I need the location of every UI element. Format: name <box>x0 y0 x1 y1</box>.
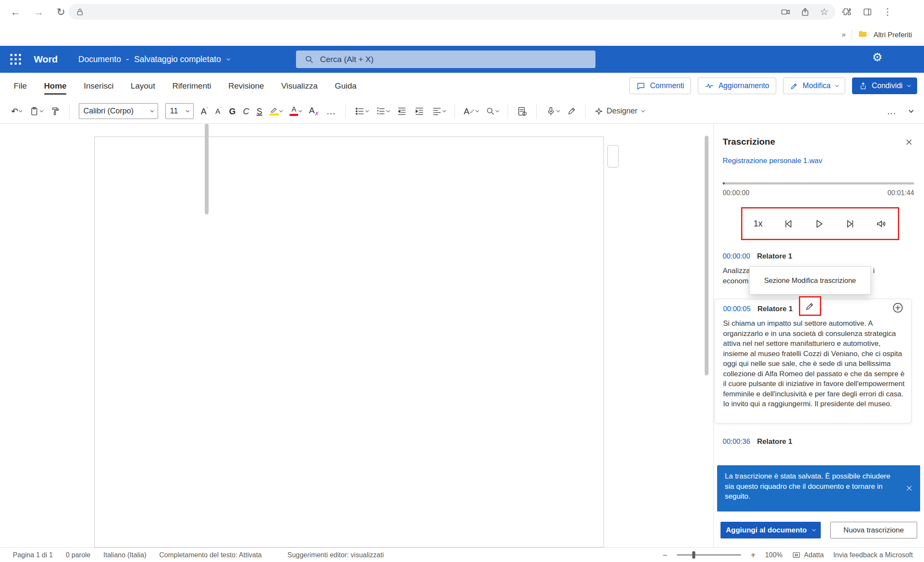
volume-icon[interactable] <box>876 218 887 229</box>
play-icon[interactable] <box>813 218 825 229</box>
styles-button[interactable]: A <box>464 107 478 116</box>
highlight-color-button[interactable] <box>269 107 282 116</box>
language-status[interactable]: Italiano (Italia) <box>103 551 147 559</box>
font-size-select[interactable]: 11 <box>165 103 194 119</box>
browser-menu-icon[interactable]: ⋮ <box>883 6 892 18</box>
document-page[interactable] <box>94 137 604 547</box>
close-notification-icon[interactable] <box>904 483 914 493</box>
ribbon-overflow-button[interactable]: … <box>326 106 336 117</box>
bookmarks-folder-label[interactable]: Altri Preferiti <box>873 31 912 39</box>
folder-icon <box>858 30 867 40</box>
dictate-button[interactable] <box>546 106 559 116</box>
transcript-entry-3-header[interactable]: 00:00:36 Relatore 1 <box>723 437 792 446</box>
app-name[interactable]: Word <box>34 54 58 65</box>
underline-icon: S <box>257 107 262 116</box>
font-name-select[interactable]: Calibri (Corpo) <box>79 103 158 119</box>
bookmark-star-icon[interactable]: ☆ <box>820 6 828 18</box>
tab-inserisci[interactable]: Inserisci <box>84 73 114 99</box>
paste-button[interactable] <box>29 106 43 116</box>
undo-button[interactable]: ↶ <box>11 107 22 116</box>
playback-speed-button[interactable]: 1x <box>754 219 763 229</box>
reload-icon[interactable]: ↻ <box>57 7 65 17</box>
ribbon-divider <box>455 104 455 119</box>
format-painter-button[interactable] <box>50 106 60 116</box>
tab-revisione[interactable]: Revisione <box>228 73 264 99</box>
search-input[interactable]: Cerca (Alt + X) <box>296 51 595 68</box>
extensions-icon[interactable] <box>842 7 852 17</box>
transcript-entry-2[interactable]: 00:00:05 Relatore 1 Si chiama un impatto… <box>715 299 912 423</box>
bold-icon: G <box>229 107 236 116</box>
zoom-slider-thumb[interactable] <box>692 551 695 559</box>
address-bar[interactable]: ☆ <box>69 4 835 20</box>
edit-pencil-icon[interactable] <box>805 301 815 311</box>
entry-timestamp[interactable]: 00:00:05 <box>723 305 751 313</box>
numbered-list-button[interactable] <box>376 106 389 116</box>
transcript-entry-1-header[interactable]: 00:00:00 Relatore 1 <box>723 252 792 261</box>
find-button[interactable] <box>486 107 499 116</box>
document-title-group[interactable]: Documento - Salvataggio completato <box>78 54 230 64</box>
feedback-link[interactable]: Invia feedback a Microsoft <box>833 551 913 559</box>
comment-margin-button[interactable] <box>607 145 619 167</box>
fit-button[interactable]: Adatta <box>792 551 824 559</box>
new-transcription-button[interactable]: Nuova trascrizione <box>830 522 917 538</box>
share-button[interactable]: Condividi <box>852 77 917 94</box>
undo-icon: ↶ <box>11 107 18 116</box>
zoom-level[interactable]: 100% <box>765 551 783 559</box>
tab-home[interactable]: Home <box>44 73 67 99</box>
font-color-button[interactable]: A <box>290 106 302 116</box>
add-section-icon[interactable] <box>892 302 903 313</box>
comments-button[interactable]: Commenti <box>629 77 691 94</box>
add-to-document-button[interactable]: Aggiungi al documento <box>721 522 821 538</box>
page-count[interactable]: Pagina 1 di 1 <box>13 551 53 559</box>
clear-formatting-button[interactable]: A✗ <box>309 106 319 116</box>
chevron-down-icon <box>150 108 154 112</box>
skip-back-icon[interactable] <box>783 218 794 229</box>
entry-timestamp[interactable]: 00:00:36 <box>723 437 750 446</box>
tab-riferimenti[interactable]: Riferimenti <box>172 73 211 99</box>
ink-editor-button[interactable] <box>567 107 576 116</box>
italic-button[interactable]: C <box>243 107 249 116</box>
catch-up-button[interactable]: Aggiornamento <box>698 77 776 94</box>
transcription-panel: Trascrizione Registrazione personale 1.w… <box>713 124 924 547</box>
recording-file-link[interactable]: Registrazione personale 1.wav <box>723 157 822 165</box>
document-scrollbar[interactable] <box>705 136 709 375</box>
bold-button[interactable]: G <box>229 107 236 116</box>
word-count[interactable]: 0 parole <box>66 551 90 559</box>
panel-scrollbar[interactable] <box>205 124 209 214</box>
collapse-ribbon-button[interactable] <box>908 110 913 112</box>
ribbon-more-button[interactable]: … <box>887 106 897 117</box>
share-icon[interactable] <box>800 7 810 17</box>
back-icon[interactable]: ← <box>10 7 21 17</box>
editor-button[interactable] <box>517 106 527 116</box>
bookmarks-overflow-button[interactable]: » <box>842 30 846 39</box>
camera-icon[interactable] <box>780 7 791 17</box>
skip-forward-icon[interactable] <box>845 218 856 229</box>
side-panel-icon[interactable] <box>862 7 873 17</box>
tab-visualizza[interactable]: Visualizza <box>281 73 317 99</box>
underline-button[interactable]: S <box>257 107 262 116</box>
settings-gear-icon[interactable]: ⚙ <box>872 52 882 63</box>
shrink-font-button[interactable]: Aˇ <box>215 107 222 115</box>
close-panel-icon[interactable] <box>903 137 915 148</box>
zoom-out-icon[interactable]: − <box>663 551 668 559</box>
editor-suggestions-status[interactable]: Suggerimenti editor: visualizzati <box>287 551 384 559</box>
forward-icon[interactable]: → <box>33 7 44 17</box>
alignment-button[interactable] <box>432 106 446 116</box>
lock-icon <box>75 7 85 17</box>
tab-file[interactable]: File <box>14 73 27 99</box>
text-completion-status[interactable]: Completamento del testo: Attivata <box>159 551 262 559</box>
zoom-in-icon[interactable]: + <box>751 551 756 559</box>
decrease-indent-button[interactable] <box>397 106 407 116</box>
tab-layout[interactable]: Layout <box>131 73 155 99</box>
bullet-list-button[interactable] <box>355 106 368 116</box>
playback-progress-bar[interactable] <box>723 182 914 184</box>
zoom-slider[interactable] <box>677 554 741 556</box>
chevron-down-icon <box>641 108 645 112</box>
grow-font-button[interactable]: Aˆ <box>201 107 208 116</box>
entry-timestamp[interactable]: 00:00:00 <box>723 252 750 260</box>
designer-button[interactable]: Designer <box>595 107 644 116</box>
apps-grid-icon[interactable] <box>10 54 21 65</box>
tab-guida[interactable]: Guida <box>335 73 357 99</box>
editing-mode-button[interactable]: Modifica <box>783 77 845 94</box>
increase-indent-button[interactable] <box>414 106 425 116</box>
